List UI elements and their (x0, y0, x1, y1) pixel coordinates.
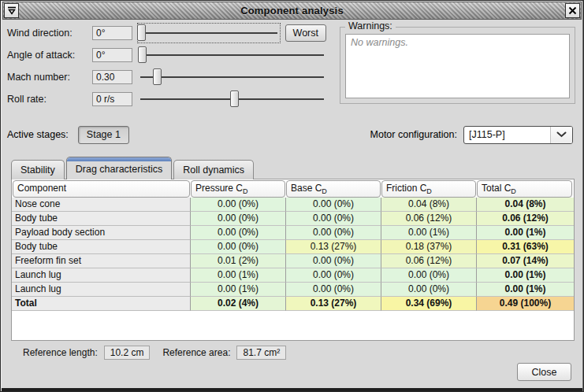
value-cell: 0.06 (12%) (381, 254, 477, 268)
wind-direction-label: Wind direction: (7, 28, 92, 39)
table-row[interactable]: Launch lug0.00 (1%)0.00 (0%)0.00 (0%)0.0… (12, 268, 574, 283)
value-cell: 0.00 (1%) (191, 268, 286, 283)
table-row[interactable]: Body tube0.00 (0%)0.13 (27%)0.18 (37%)0.… (12, 240, 574, 254)
table-row[interactable]: Body tube0.00 (0%)0.00 (0%)0.06 (12%)0.0… (12, 212, 574, 226)
tab-bar: Stability Drag characteristics Roll dyna… (11, 157, 255, 179)
window-menu-button[interactable] (4, 3, 19, 18)
motor-configuration-select[interactable]: [J115-P] (463, 126, 573, 144)
value-cell: 0.00 (0%) (286, 268, 381, 283)
angle-of-attack-row: Angle of attack: 0° (7, 46, 326, 65)
component-cell: Total (12, 297, 191, 311)
value-cell: 0.02 (4%) (191, 297, 286, 311)
value-cell: 0.04 (8%) (381, 198, 477, 212)
table-row[interactable]: Nose cone0.00 (0%)0.00 (0%)0.04 (8%)0.04… (12, 198, 574, 212)
column-header-pressure-cd[interactable]: Pressure CD (191, 180, 285, 198)
wind-direction-value[interactable]: 0° (92, 26, 132, 40)
title-bar[interactable]: Component analysis (2, 2, 582, 20)
close-icon (568, 4, 577, 18)
value-cell: 0.00 (0%) (381, 283, 477, 297)
mach-number-value[interactable]: 0.30 (92, 70, 132, 84)
motor-configuration-label: Motor configuration: (370, 129, 457, 140)
warnings-title: Warnings: (345, 20, 396, 31)
component-cell: Body tube (12, 212, 191, 226)
column-header-friction-cd[interactable]: Friction CD (381, 180, 476, 198)
angle-of-attack-value[interactable]: 0° (92, 48, 132, 62)
value-cell: 0.00 (1%) (191, 283, 286, 297)
column-header-component[interactable]: Component (13, 180, 190, 198)
active-stages-label: Active stages: (7, 129, 69, 140)
value-cell: 0.31 (63%) (477, 240, 574, 254)
value-cell: 0.04 (8%) (477, 198, 574, 212)
value-cell: 0.00 (0%) (191, 240, 286, 254)
value-cell: 0.00 (0%) (191, 198, 286, 212)
column-header-total-cd[interactable]: Total CD (477, 180, 572, 198)
value-cell: 0.00 (0%) (381, 268, 477, 283)
value-cell: 0.34 (69%) (381, 297, 477, 311)
value-cell: 0.01 (2%) (191, 254, 286, 268)
component-cell: Launch lug (12, 283, 191, 297)
slider-handle[interactable] (153, 68, 162, 85)
value-cell: 0.00 (0%) (191, 212, 286, 226)
tab-stability[interactable]: Stability (11, 160, 65, 179)
warnings-list[interactable]: No warnings. (345, 34, 570, 98)
value-cell: 0.00 (0%) (286, 283, 381, 297)
stages-motor-row: Active stages: Stage 1 Motor configurati… (7, 124, 573, 145)
tab-roll-dynamics[interactable]: Roll dynamics (173, 160, 254, 179)
component-cell: Body tube (12, 240, 191, 254)
mach-number-slider[interactable] (138, 68, 326, 87)
value-cell: 0.06 (12%) (381, 212, 477, 226)
component-cell: Nose cone (12, 198, 191, 212)
value-cell: 0.06 (12%) (477, 212, 574, 226)
roll-rate-label: Roll rate: (7, 94, 92, 105)
component-cell: Launch lug (12, 268, 191, 283)
value-cell: 0.18 (37%) (381, 240, 477, 254)
roll-rate-value[interactable]: 0 r/s (92, 92, 132, 106)
worst-button[interactable]: Worst (285, 24, 326, 42)
table-body: Nose cone0.00 (0%)0.00 (0%)0.04 (8%)0.04… (12, 198, 574, 311)
wind-direction-slider[interactable] (138, 24, 280, 43)
value-cell: 0.00 (1%) (477, 283, 574, 297)
table-row[interactable]: Total0.02 (4%)0.13 (27%)0.34 (69%)0.49 (… (12, 297, 574, 311)
mach-number-row: Mach number: 0.30 (7, 68, 326, 87)
angle-of-attack-label: Angle of attack: (7, 50, 92, 61)
slider-track[interactable] (140, 32, 277, 34)
slider-track[interactable] (140, 76, 324, 78)
value-cell: 0.00 (0%) (286, 254, 381, 268)
value-cell: 0.07 (14%) (477, 254, 574, 268)
value-cell: 0.00 (0%) (286, 198, 381, 212)
wind-direction-row: Wind direction: 0° Worst (7, 24, 326, 43)
component-analysis-dialog: Component analysis Wind direction: 0° Wo… (0, 0, 584, 392)
slider-handle[interactable] (230, 91, 239, 107)
column-header-base-cd[interactable]: Base CD (286, 180, 381, 198)
window-menu-icon (7, 4, 17, 18)
value-cell: 0.49 (100%) (477, 297, 574, 311)
roll-rate-slider[interactable] (138, 90, 326, 109)
value-cell: 0.00 (0%) (286, 212, 381, 226)
value-cell: 0.00 (1%) (477, 226, 574, 240)
tab-drag-characteristics[interactable]: Drag characteristics (66, 157, 172, 179)
angle-of-attack-slider[interactable] (138, 46, 326, 65)
reference-area-value: 81.7 cm² (236, 346, 286, 360)
value-cell: 0.00 (1%) (381, 226, 477, 240)
slider-track[interactable] (140, 54, 324, 56)
motor-configuration-value: [J115-P] (464, 129, 550, 140)
stage-1-toggle-button[interactable]: Stage 1 (78, 126, 129, 144)
value-cell: 0.00 (0%) (191, 226, 286, 240)
reference-length-label: Reference length: (23, 347, 98, 358)
table-row[interactable]: Freeform fin set0.01 (2%)0.00 (0%)0.06 (… (12, 254, 574, 268)
table-header-row: Component Pressure CD Base CD Friction C… (12, 179, 574, 198)
reference-area-label: Reference area: (162, 347, 230, 358)
chevron-down-icon[interactable] (550, 127, 572, 143)
window-close-button[interactable] (565, 3, 580, 18)
warnings-group: Warnings: No warnings. (340, 27, 575, 104)
close-button[interactable]: Close (517, 363, 571, 381)
table-row[interactable]: Payload body section0.00 (0%)0.00 (0%)0.… (12, 226, 574, 240)
window-title: Component analysis (20, 5, 564, 17)
table-row[interactable]: Launch lug0.00 (1%)0.00 (0%)0.00 (0%)0.0… (12, 283, 574, 297)
slider-handle[interactable] (137, 24, 146, 41)
component-cell: Payload body section (12, 226, 191, 240)
value-cell: 0.00 (1%) (477, 268, 574, 283)
mach-number-label: Mach number: (7, 72, 92, 83)
roll-rate-row: Roll rate: 0 r/s (7, 90, 326, 109)
slider-handle[interactable] (138, 46, 147, 63)
